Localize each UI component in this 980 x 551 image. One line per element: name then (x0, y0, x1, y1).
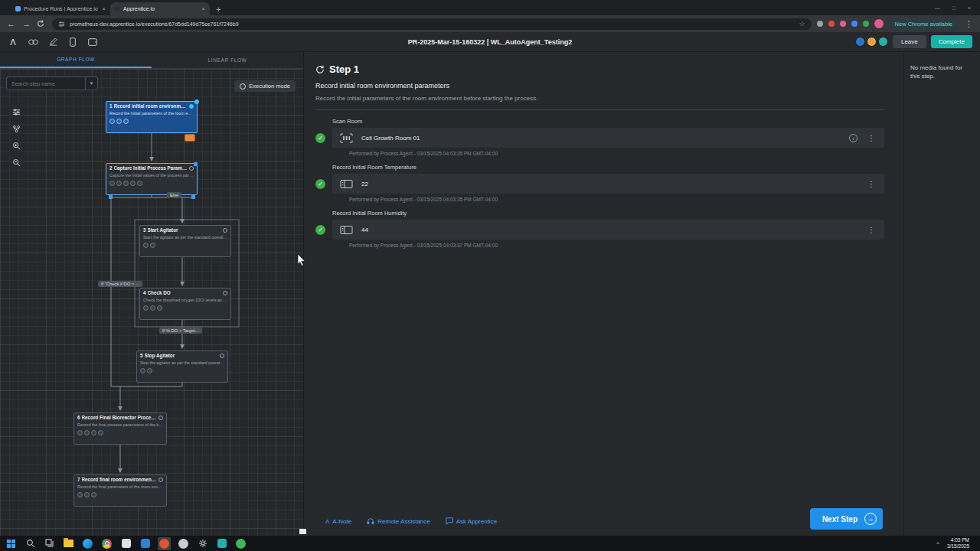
flow-node-2[interactable]: 2Capture Initial Process Parameter ... C… (106, 163, 198, 195)
kebab-menu-icon[interactable]: ⋮ (866, 134, 877, 142)
close-icon[interactable]: × (968, 5, 971, 11)
node-description: Check the dissolved oxygen (DO) levels a… (140, 297, 230, 303)
extension-icon[interactable] (863, 21, 869, 27)
avatar[interactable] (867, 37, 877, 47)
app-button[interactable] (215, 537, 228, 550)
task-row[interactable]: ✓ 44 ⋮ (315, 220, 884, 240)
scan-icon (340, 133, 353, 143)
search-input[interactable] (7, 81, 85, 86)
task-value: 44 (361, 227, 368, 233)
leave-button[interactable]: Leave (893, 35, 926, 48)
zoom-out-icon[interactable] (9, 155, 23, 169)
active-app-button[interactable] (158, 537, 171, 550)
new-tab-button[interactable]: + (216, 5, 220, 14)
kebab-menu-icon[interactable]: ⋮ (866, 226, 877, 234)
minimize-icon[interactable]: — (935, 5, 940, 11)
start-button[interactable] (5, 537, 18, 550)
scrollbar-thumb[interactable] (299, 529, 306, 534)
apprentice-logo: Λ (8, 37, 18, 47)
agent-badge (185, 134, 195, 142)
node-number: 3 (143, 228, 146, 233)
task-row[interactable]: ✓ 22 ⋮ (315, 174, 884, 194)
tab-linear-flow[interactable]: LINEAR FLOW (152, 52, 303, 68)
signature-icon[interactable] (47, 37, 58, 47)
taskbar-search-button[interactable] (24, 537, 37, 550)
node-status-icon (223, 228, 227, 233)
node-status-icon (158, 478, 163, 482)
flow-node-7[interactable]: 7Record final room environment pa... Rec… (74, 474, 167, 507)
node-number: 1 (109, 104, 113, 109)
flow-node-5[interactable]: 5Stop Agitator Stop the agitator as per … (136, 350, 228, 383)
maximize-icon[interactable]: □ (952, 5, 956, 11)
app-button[interactable] (234, 537, 247, 550)
link-icon[interactable] (28, 37, 38, 47)
edge-handle[interactable] (109, 195, 113, 199)
fit-graph-icon[interactable] (9, 122, 23, 135)
flow-node-6[interactable]: 6Record Final Bioreactor Process P... Re… (74, 412, 167, 445)
tab-graph-flow[interactable]: GRAPH FLOW (0, 52, 152, 68)
browser-toolbar: ← → prometheus-dev.apprentice.io/executi… (0, 15, 980, 32)
next-step-button[interactable]: Next Step → (810, 508, 883, 530)
avatar[interactable] (855, 37, 865, 47)
extension-icon[interactable] (828, 21, 835, 27)
edge-label-do-target[interactable]: If % DO > Target... (159, 328, 202, 334)
node-title: Start Agitator (148, 228, 221, 233)
extension-icon[interactable] (817, 21, 823, 27)
no-media-text: No media found for this step. (904, 52, 980, 81)
edge-label-else[interactable]: Else (167, 192, 181, 198)
app-button[interactable] (139, 537, 152, 550)
tab-title: Procedure Runs | Apprentice.io (24, 6, 99, 11)
settings-button[interactable] (196, 537, 209, 550)
tab-close-icon[interactable]: × (201, 5, 205, 12)
task-row[interactable]: ✓ Cell Growth Room 01 i ⋮ (315, 128, 884, 148)
extension-icon[interactable] (851, 21, 858, 27)
edge-handle[interactable] (194, 162, 198, 166)
folder-icon (64, 540, 74, 547)
app-button[interactable] (119, 537, 132, 550)
file-explorer-button[interactable] (62, 537, 75, 550)
node-title: Record final room environment pa... (82, 478, 157, 483)
refresh-icon[interactable] (37, 20, 47, 28)
tray-chevron-icon[interactable]: ^ (936, 540, 939, 547)
chevron-down-icon[interactable]: ▾ (85, 77, 97, 90)
browser-tab-1[interactable]: Procedure Runs | Apprentice.io × (11, 2, 110, 15)
browser-menu-icon[interactable]: ⋮ (964, 15, 974, 32)
extension-icon[interactable] (840, 21, 846, 27)
complete-button[interactable]: Complete (931, 35, 972, 48)
app-icon (159, 539, 169, 549)
forward-icon[interactable]: → (21, 15, 31, 32)
filter-sliders-icon[interactable] (9, 105, 23, 119)
remote-assistance-link[interactable]: Remote Assistance (367, 517, 430, 525)
execution-mode-toggle[interactable]: Execution mode (234, 80, 296, 92)
kebab-menu-icon[interactable]: ⋮ (866, 180, 877, 188)
a-note-link[interactable]: Λ A-Note (325, 518, 351, 525)
edge-label-check-do[interactable]: If "Check if DO > ... (98, 281, 142, 287)
ask-apprentice-link[interactable]: Ask Apprentice (446, 517, 497, 525)
edge-handle[interactable] (191, 195, 195, 199)
chrome-button[interactable] (100, 537, 113, 550)
info-icon[interactable]: i (849, 134, 858, 142)
node-description: Stop the agitator as per the standard op… (137, 360, 227, 366)
edge-button[interactable] (81, 537, 94, 550)
new-chrome-button[interactable]: New Chrome available (889, 18, 959, 30)
zoom-in-icon[interactable] (9, 139, 23, 152)
back-icon[interactable]: ← (6, 15, 16, 32)
address-bar[interactable]: prometheus-dev.apprentice.io/executions/… (52, 18, 812, 30)
tab-close-icon[interactable]: × (102, 5, 106, 12)
mobile-icon[interactable] (67, 37, 78, 47)
node-status-icon (220, 354, 224, 358)
flow-node-1[interactable]: 1Record initial room environment p... Re… (106, 101, 198, 133)
step-refresh-icon[interactable] (315, 65, 325, 74)
app-button[interactable] (177, 537, 190, 550)
tablet-icon[interactable] (87, 37, 98, 47)
bookmark-star-icon[interactable]: ☆ (799, 20, 805, 28)
browser-profile-avatar[interactable] (874, 19, 884, 28)
task-view-button[interactable] (43, 537, 56, 550)
browser-tab-2[interactable]: Apprentice.io × (110, 2, 210, 15)
divider (315, 109, 884, 110)
flow-node-4[interactable]: 4Check DO Check the dissolved oxygen (DO… (139, 288, 231, 320)
ask-apprentice-label: Ask Apprentice (456, 518, 497, 525)
avatar[interactable] (878, 37, 888, 47)
taskbar-clock[interactable]: 4:03 PM 3/15/2025 (947, 537, 969, 550)
flow-node-3[interactable]: 3Start Agitator Start the agitator as pe… (139, 225, 231, 257)
